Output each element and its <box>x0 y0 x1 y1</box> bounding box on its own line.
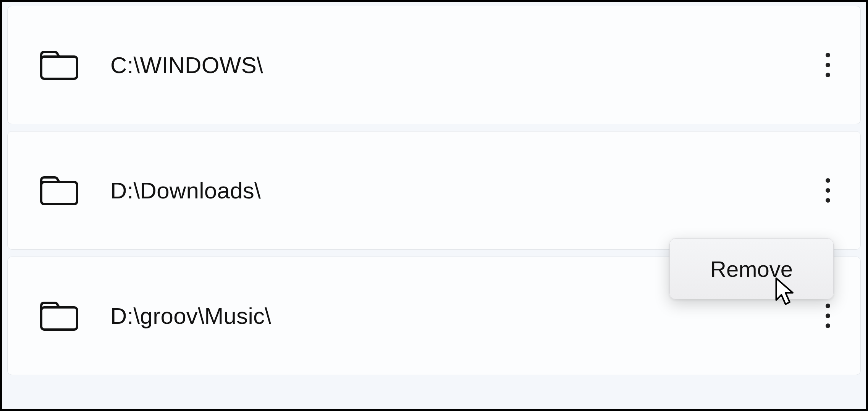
folder-path: D:\groov\Music\ <box>110 303 816 329</box>
svg-rect-2 <box>41 307 77 330</box>
folder-icon <box>40 301 78 331</box>
folder-path: C:\WINDOWS\ <box>110 52 816 78</box>
folder-icon <box>40 175 78 206</box>
svg-rect-0 <box>41 57 77 79</box>
more-options-button[interactable] <box>816 42 839 88</box>
folder-icon <box>40 50 78 80</box>
more-options-button[interactable] <box>816 293 839 339</box>
folder-row[interactable]: C:\WINDOWS\ <box>7 6 861 124</box>
remove-label: Remove <box>710 256 793 282</box>
folder-row[interactable]: D:\Downloads\ <box>7 131 861 250</box>
svg-rect-1 <box>41 182 77 204</box>
folder-path: D:\Downloads\ <box>110 177 816 204</box>
remove-menu-item[interactable]: Remove <box>669 238 834 299</box>
more-options-button[interactable] <box>816 167 839 213</box>
folder-list-panel: C:\WINDOWS\ D:\Downloads\ D:\groov\Music… <box>0 0 868 411</box>
